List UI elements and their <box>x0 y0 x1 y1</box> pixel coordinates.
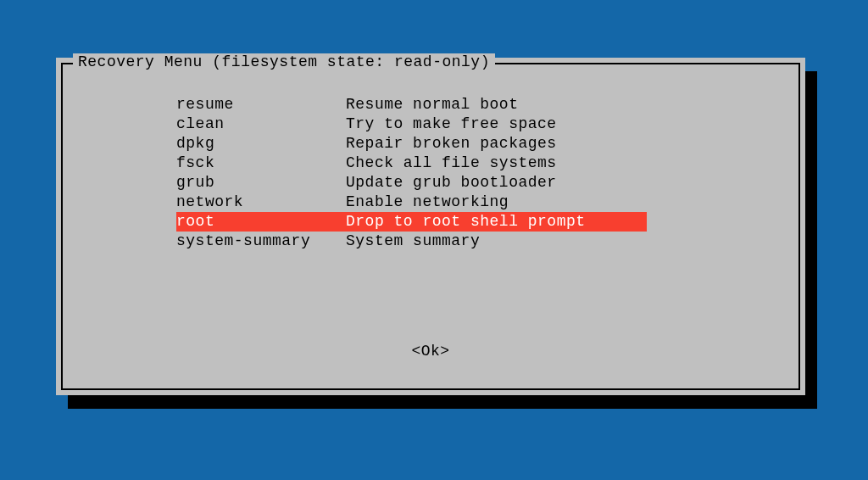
menu-item-grub[interactable]: grub Update grub bootloader <box>176 173 798 193</box>
menu-key: root <box>176 212 346 232</box>
menu-list[interactable]: resume Resume normal boot clean Try to m… <box>176 95 798 251</box>
menu-key: clean <box>176 114 346 134</box>
menu-desc: Check all file systems <box>346 153 798 173</box>
menu-desc: Update grub bootloader <box>346 173 798 193</box>
menu-item-root[interactable]: root Drop to root shell prompt <box>176 212 647 232</box>
menu-item-system-summary[interactable]: system-summary System summary <box>176 232 798 251</box>
menu-key: dpkg <box>176 134 346 153</box>
menu-item-dpkg[interactable]: dpkg Repair broken packages <box>176 134 798 153</box>
menu-desc: Resume normal boot <box>346 95 798 114</box>
dialog-border: Recovery Menu (filesystem state: read-on… <box>61 63 800 390</box>
menu-item-resume[interactable]: resume Resume normal boot <box>176 95 798 114</box>
menu-key: network <box>176 193 346 212</box>
menu-desc: Enable networking <box>346 193 798 212</box>
menu-desc: System summary <box>346 232 798 251</box>
menu-key: system-summary <box>176 232 346 251</box>
menu-key: resume <box>176 95 346 114</box>
menu-item-network[interactable]: network Enable networking <box>176 193 798 212</box>
menu-item-fsck[interactable]: fsck Check all file systems <box>176 153 798 173</box>
recovery-menu-dialog: Recovery Menu (filesystem state: read-on… <box>56 58 805 395</box>
menu-item-clean[interactable]: clean Try to make free space <box>176 114 798 134</box>
menu-desc: Repair broken packages <box>346 134 798 153</box>
dialog-title: Recovery Menu (filesystem state: read-on… <box>73 53 495 70</box>
ok-button[interactable]: <Ok> <box>411 343 449 360</box>
menu-key: fsck <box>176 153 346 173</box>
menu-desc: Drop to root shell prompt <box>346 212 647 232</box>
menu-key: grub <box>176 173 346 193</box>
menu-desc: Try to make free space <box>346 114 798 134</box>
